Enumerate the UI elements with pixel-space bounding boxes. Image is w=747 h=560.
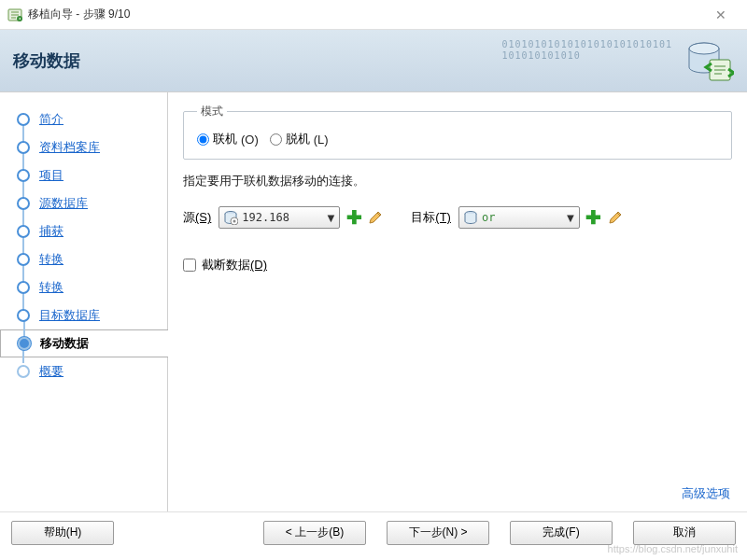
target-label: 目标(T) [411,209,451,226]
sidebar-item-label: 资料档案库 [39,139,100,156]
mode-offline-label: 脱机 [286,131,310,147]
sidebar-item-label: 简介 [39,111,63,128]
step-bullet-icon [17,197,30,210]
content: 简介资料档案库项目源数据库捕获 转换转换目标数据库移动数据概要 模式 联机(O)… [0,91,747,511]
cancel-button[interactable]: 取消 [633,521,736,545]
step-bullet-icon [17,225,30,238]
add-target-button[interactable]: ✚ [585,206,602,229]
banner: 移动数据 01010101010101010101010101101010101… [0,30,747,91]
step-bullet-icon [17,365,30,378]
sidebar-item-label: 概要 [39,363,63,380]
finish-button[interactable]: 完成(F) [510,521,613,545]
chevron-down-icon: ▼ [564,211,577,225]
next-button[interactable]: 下一步(N) > [387,521,489,545]
banner-title: 移动数据 [13,49,80,72]
database-transfer-icon [684,35,734,86]
svg-point-7 [233,220,236,223]
mode-legend: 模式 [197,104,227,119]
window-title: 移植向导 - 步骤 9/10 [28,7,702,22]
source-label: 源(S) [183,209,211,226]
target-db-icon [463,210,478,225]
sidebar-item-6[interactable]: 转换 [0,273,167,301]
truncate-checkbox[interactable] [183,259,196,272]
step-bullet-icon [17,253,30,266]
help-button[interactable]: 帮助(H) [11,521,114,545]
instruction-text: 指定要用于联机数据移动的连接。 [183,173,732,189]
sidebar-item-4[interactable]: 捕获 [0,217,167,245]
mode-online-mnemo: (O) [241,133,259,147]
edit-target-button[interactable] [608,210,623,225]
mode-online[interactable]: 联机(O) [197,131,259,147]
sidebar-item-label: 源数据库 [39,195,88,212]
edit-source-button[interactable] [368,210,383,225]
step-bullet-icon [17,141,30,154]
target-dropdown[interactable]: or ▼ [458,206,580,229]
titlebar: 移植向导 - 步骤 9/10 ✕ [0,0,747,30]
advanced-options-link[interactable]: 高级选项 [682,485,730,502]
step-bullet-icon [17,281,30,294]
sidebar-item-2[interactable]: 项目 [0,161,167,189]
step-bullet-icon [18,337,31,350]
target-value: or [482,211,564,224]
footer: 帮助(H) < 上一步(B) 下一步(N) > 完成(F) 取消 [0,511,747,553]
sidebar-item-label: 目标数据库 [39,307,100,324]
main-panel: 模式 联机(O) 脱机(L) 指定要用于联机数据移动的连接。 源(S) 192.… [168,92,747,511]
sidebar-item-label: 移动数据 [40,335,89,352]
mode-offline-mnemo: (L) [314,133,329,147]
step-bullet-icon [17,309,30,322]
add-source-button[interactable]: ✚ [345,206,362,229]
mode-online-radio[interactable] [197,133,209,146]
source-dropdown[interactable]: 192.168 ▼ [218,206,340,229]
sidebar-item-label: 转换 [39,279,63,296]
source-value: 192.168 [242,211,324,224]
sidebar: 简介资料档案库项目源数据库捕获 转换转换目标数据库移动数据概要 [0,92,168,511]
sidebar-item-label: 项目 [39,167,63,184]
step-bullet-icon [17,169,30,182]
step-bullet-icon [17,113,30,126]
app-icon [7,7,22,22]
close-icon[interactable]: ✕ [702,7,740,22]
chevron-down-icon: ▼ [324,211,337,225]
mode-radio-row: 联机(O) 脱机(L) [197,131,718,147]
sidebar-item-3[interactable]: 源数据库 [0,189,167,217]
sidebar-item-8: 移动数据 [0,329,168,357]
mode-offline-radio[interactable] [270,133,282,146]
truncate-row[interactable]: 截断数据(D) [183,257,732,273]
source-db-icon [223,210,238,225]
sidebar-item-label: 转换 [39,251,63,268]
mode-offline[interactable]: 脱机(L) [270,131,329,147]
sidebar-item-9[interactable]: 概要 [0,357,167,385]
svg-point-3 [689,43,719,54]
connection-row: 源(S) 192.168 ▼ ✚ 目标(T) or ▼ ✚ [183,206,732,229]
truncate-label: 截断数据(D) [202,257,267,273]
back-button[interactable]: < 上一步(B) [263,521,366,545]
mode-fieldset: 模式 联机(O) 脱机(L) [183,104,732,160]
sidebar-item-1[interactable]: 资料档案库 [0,133,167,161]
sidebar-item-0[interactable]: 简介 [0,105,167,133]
sidebar-item-label: 捕获 [39,223,63,240]
sidebar-item-5[interactable]: 转换 [0,245,167,273]
mode-online-label: 联机 [213,131,237,147]
banner-pattern: 01010101010101010101010101101010101010 [501,39,672,62]
